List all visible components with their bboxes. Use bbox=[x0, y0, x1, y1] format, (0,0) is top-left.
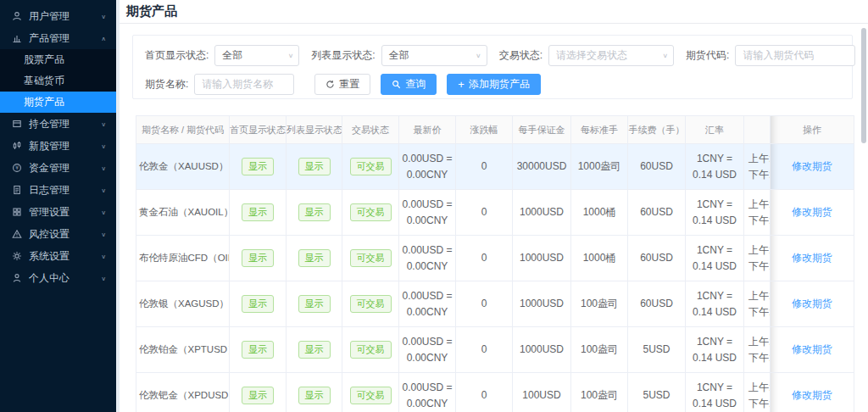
product-submenu: 股票产品 基础货币 期货产品 bbox=[0, 49, 116, 113]
table-row[interactable]: 伦敦钯金（XPDUSD） 显示 显示 可交易 0.00USD = 0.00CNY… bbox=[136, 373, 854, 412]
home-display-select[interactable]: 全部 ∨ bbox=[214, 45, 299, 66]
sub-item-label: 基础货币 bbox=[24, 74, 64, 88]
table-row[interactable]: 伦敦银（XAGUSD） 显示 显示 可交易 0.00USD = 0.00CNY … bbox=[136, 281, 854, 327]
chevron-down-icon: ∨ bbox=[101, 13, 106, 19]
home-display-cell: 显示 bbox=[230, 281, 287, 327]
change-cell: 0 bbox=[456, 144, 513, 190]
pm-label: 下午: bbox=[748, 350, 767, 366]
margin-cell: 1000USD bbox=[513, 190, 571, 236]
sidebar-item-label: 系统设置 bbox=[29, 249, 101, 264]
plus-icon: + bbox=[458, 79, 465, 90]
status-badge: 显示 bbox=[242, 295, 274, 312]
edit-futures-link[interactable]: 修改期货 bbox=[792, 206, 832, 218]
latest-price-cell: 0.00USD = 0.00CNY bbox=[399, 281, 456, 327]
scrollbar-thumb[interactable] bbox=[861, 28, 866, 143]
fee-cell: 5USD bbox=[628, 327, 686, 373]
list-display-select[interactable]: 全部 ∨ bbox=[381, 45, 487, 66]
latest-price-cell: 0.00USD = 0.00CNY bbox=[399, 190, 456, 236]
pm-label: 下午: bbox=[748, 167, 767, 183]
edit-futures-link[interactable]: 修改期货 bbox=[792, 298, 832, 309]
chevron-down-icon: ∨ bbox=[101, 142, 106, 149]
sidebar-item-position-management[interactable]: 持仓管理 ∨ bbox=[0, 113, 116, 135]
home-display-cell: 显示 bbox=[230, 190, 287, 236]
table-row[interactable]: 布伦特原油CFD（OIL） 显示 显示 可交易 0.00USD = 0.00CN… bbox=[136, 236, 854, 281]
sidebar-item-ipo-management[interactable]: 新股管理 ∨ bbox=[0, 135, 116, 157]
box-icon bbox=[12, 119, 22, 129]
sub-item-label: 期货产品 bbox=[24, 95, 64, 109]
trade-status-select[interactable]: 请选择交易状态 ∨ bbox=[548, 45, 674, 66]
futures-name-input[interactable]: 请输入期货名称 bbox=[194, 74, 294, 95]
sidebar-subitem-futures-products[interactable]: 期货产品 bbox=[0, 92, 116, 113]
actions-cell: 修改期货 bbox=[771, 327, 854, 373]
home-display-cell: 显示 bbox=[230, 327, 287, 373]
sidebar-item-personal-center[interactable]: 个人中心 ∨ bbox=[0, 267, 116, 289]
standard-lot-cell: 100盎司 bbox=[571, 327, 628, 373]
edit-futures-link[interactable]: 修改期货 bbox=[792, 343, 832, 355]
table-row[interactable]: 伦敦金（XAUUSD） 显示 显示 可交易 0.00USD = 0.00CNY … bbox=[136, 144, 854, 190]
status-badge: 可交易 bbox=[350, 387, 392, 404]
actions-cell: 修改期货 bbox=[771, 144, 854, 190]
chevron-down-icon: ∨ bbox=[101, 209, 106, 215]
sidebar-item-risk-settings[interactable]: 风控设置 ∨ bbox=[0, 223, 116, 245]
gear-icon bbox=[12, 251, 22, 261]
home-display-label: 首页显示状态: bbox=[145, 48, 209, 63]
sidebar-item-label: 用户管理 bbox=[29, 9, 101, 24]
sidebar-item-admin-settings[interactable]: 管理设置 ∨ bbox=[0, 201, 116, 223]
trade-status-cell: 可交易 bbox=[342, 327, 399, 373]
sidebar-item-user-management[interactable]: 用户管理 ∨ bbox=[0, 5, 116, 27]
filter-futures-name: 期货名称: 请输入期货名称 bbox=[145, 74, 294, 95]
edit-futures-link[interactable]: 修改期货 bbox=[792, 252, 832, 264]
sidebar-content-divider bbox=[116, 0, 120, 412]
list-display-cell: 显示 bbox=[287, 236, 342, 281]
am-label: 上午: bbox=[748, 151, 767, 167]
status-badge: 显示 bbox=[298, 203, 331, 220]
main-content: 期货产品 首页显示状态: 全部 ∨ 列表显示状态: 全部 ∨ 交易状态: bbox=[120, 0, 868, 412]
list-display-cell: 显示 bbox=[287, 327, 342, 373]
query-button[interactable]: 查询 bbox=[381, 74, 437, 95]
fee-cell: 60USD bbox=[628, 144, 686, 190]
sidebar-item-system-settings[interactable]: 系统设置 ∨ bbox=[0, 245, 116, 267]
futures-name-cell: 黄金石油（XAUOIL） bbox=[136, 190, 230, 236]
am-label: 上午: bbox=[748, 334, 767, 350]
sidebar-item-label: 持仓管理 bbox=[29, 117, 101, 131]
latest-price-cell: 0.00USD = 0.00CNY bbox=[399, 236, 456, 281]
status-badge: 可交易 bbox=[350, 158, 392, 175]
status-badge: 显示 bbox=[242, 158, 274, 175]
home-display-cell: 显示 bbox=[230, 236, 287, 281]
add-futures-button[interactable]: + 添加期货产品 bbox=[447, 74, 541, 95]
refresh-icon bbox=[326, 80, 335, 89]
trade-time-cell: 上午: 下午: bbox=[744, 190, 771, 236]
exchange-rate-cell: 1CNY = 0.14 USD bbox=[686, 281, 744, 327]
sidebar-item-product-management[interactable]: 产品管理 ∧ bbox=[0, 27, 116, 49]
sidebar-subitem-stock-products[interactable]: 股票产品 bbox=[0, 49, 116, 70]
query-label: 查询 bbox=[405, 77, 426, 92]
col-header-home-display: 首页显示状态 bbox=[230, 116, 287, 144]
col-header-margin: 每手保证金 bbox=[513, 116, 571, 144]
filter-list-display: 列表显示状态: 全部 ∨ bbox=[311, 45, 487, 66]
edit-futures-link[interactable]: 修改期货 bbox=[792, 160, 832, 172]
margin-cell: 1000USD bbox=[513, 327, 571, 373]
col-header-change: 涨跌幅 bbox=[456, 116, 513, 144]
chevron-down-icon: ∨ bbox=[288, 53, 294, 59]
table-row[interactable]: 伦敦铂金（XPTUSD） 显示 显示 可交易 0.00USD = 0.00CNY… bbox=[136, 327, 854, 373]
exchange-rate-cell: 1CNY = 0.14 USD bbox=[686, 327, 744, 373]
sidebar-item-log-management[interactable]: 日志管理 ∨ bbox=[0, 179, 116, 201]
table-row[interactable]: 黄金石油（XAUOIL） 显示 显示 可交易 0.00USD = 0.00CNY… bbox=[136, 190, 854, 236]
list-display-cell: 显示 bbox=[287, 281, 342, 327]
futures-code-input[interactable]: 请输入期货代码 bbox=[735, 45, 855, 66]
list-display-cell: 显示 bbox=[287, 373, 342, 412]
edit-futures-link[interactable]: 修改期货 bbox=[792, 389, 832, 401]
trade-status-cell: 可交易 bbox=[342, 236, 399, 281]
filter-trade-status: 交易状态: 请选择交易状态 ∨ bbox=[499, 45, 674, 66]
sidebar-item-funds-management[interactable]: ¥ 资金管理 ∨ bbox=[0, 157, 116, 179]
trade-time-cell: 上午: 下午: bbox=[744, 281, 771, 327]
sidebar-subitem-base-currency[interactable]: 基础货币 bbox=[0, 70, 116, 92]
document-icon bbox=[12, 185, 22, 195]
chevron-up-icon: ∧ bbox=[101, 35, 106, 42]
status-badge: 显示 bbox=[298, 341, 331, 358]
reset-button[interactable]: 重置 bbox=[314, 74, 370, 95]
status-badge: 显示 bbox=[242, 387, 274, 404]
users-icon bbox=[12, 11, 22, 21]
trade-status-cell: 可交易 bbox=[342, 281, 399, 327]
am-label: 上午: bbox=[748, 242, 767, 259]
